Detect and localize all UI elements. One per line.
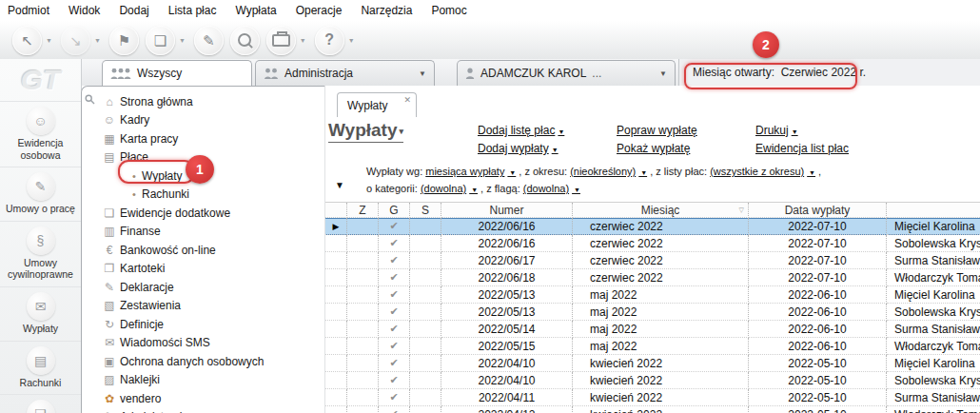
tree-item-naklejki[interactable]: ▨Naklejki xyxy=(82,371,324,390)
print-button[interactable] xyxy=(266,26,296,55)
chevron-down-icon[interactable]: ▼ xyxy=(348,37,355,44)
header-cell-miesiac[interactable]: Miesiąc▽ xyxy=(573,203,749,218)
tree-item-finanse[interactable]: ▥Finanse xyxy=(82,223,324,242)
action-link-dodaj-list-p-ac[interactable]: Dodaj listę płac▼ xyxy=(478,124,590,137)
docs-icon: ❏ xyxy=(102,206,117,220)
action-column: Popraw wypłatęPokaż wypłatę xyxy=(617,124,729,155)
tree-item-kartoteki[interactable]: ❐Kartoteki xyxy=(82,260,324,279)
tree-item-deklaracje[interactable]: ✎Deklaracje xyxy=(82,278,324,297)
page-title[interactable]: Wypłaty▾ xyxy=(328,120,403,143)
menu-item-podmiot[interactable]: Podmiot xyxy=(8,4,49,17)
sidebar-item-umowy-o-prac[interactable]: ✎Umowy o pracę xyxy=(0,167,81,221)
table-row[interactable]: ✔2022/05/15maj 20222022-06-10Włodarczyk … xyxy=(325,338,980,355)
tree-item-ewidencje-dodatkowe[interactable]: ❏Ewidencje dodatkowe xyxy=(82,204,324,223)
search-button[interactable] xyxy=(230,26,260,55)
sidebar-item-umowy-cywilnoprawne[interactable]: §Umowy cywilnoprawne xyxy=(0,221,81,286)
table-row[interactable]: ✔2022/04/11kwiecień 20222022-05-10Surma … xyxy=(325,389,980,406)
filter-dropdown-dowolna[interactable]: (dowolna) ▼ xyxy=(421,183,478,194)
cell-data-wyplaty: 2022-06-10 xyxy=(749,338,887,355)
tree-item-zestawienia[interactable]: ▧Zestawienia xyxy=(82,297,324,316)
sidebar-item-ewidencja-osobowa[interactable]: ☺Ewidencja osobowa xyxy=(0,101,81,167)
filter-dropdown-dowolna[interactable]: (dowolna) ▼ xyxy=(523,183,580,194)
menu-item-lista-p-ac[interactable]: Lista płac xyxy=(168,4,217,17)
people-pair-icon xyxy=(264,68,279,80)
tree-item-rachunki[interactable]: •Rachunki xyxy=(82,186,324,205)
tree-item-label: Ewidencje dodatkowe xyxy=(120,206,230,220)
cell-miesiac: maj 2022 xyxy=(573,321,749,338)
table-row[interactable]: ✔2022/06/17czerwiec 20222022-07-10Surma … xyxy=(325,252,980,269)
action-link-poka-wyp-at[interactable]: Pokaż wypłatę xyxy=(617,142,729,155)
menu-item-pomoc[interactable]: Pomoc xyxy=(431,4,466,17)
help-button[interactable]: ? xyxy=(315,26,344,55)
header-cell-osoba[interactable] xyxy=(887,203,980,218)
action-link-popraw-wyp-at[interactable]: Popraw wypłatę xyxy=(617,124,729,137)
sidebar-item-rachunki[interactable]: ▤Rachunki xyxy=(0,341,81,395)
module-sidebar: GT ☺Ewidencja osobowa✎Umowy o pracę§Umow… xyxy=(0,59,82,413)
document-tab-wyplaty[interactable]: Wypłaty ✕ xyxy=(337,92,417,117)
table-row[interactable]: ✔2022/05/13maj 20222022-06-10Sobolewska … xyxy=(325,304,980,321)
tree-item-definicje[interactable]: ↻Definicje xyxy=(82,315,324,334)
cell-z xyxy=(347,389,379,406)
chevron-down-icon[interactable]: ▼ xyxy=(94,37,101,44)
sidebar-item-wyp-aty[interactable]: ✉Wypłaty xyxy=(0,286,81,341)
tree-item-vendero[interactable]: ✿vendero xyxy=(82,389,324,408)
header-cell-data_wyplaty[interactable]: Data wypłaty xyxy=(749,203,887,218)
table-row[interactable]: ✔2022/04/10kwiecień 20222022-05-10Mięcie… xyxy=(325,355,980,372)
action-link-drukuj[interactable]: Drukuj▼ xyxy=(755,124,868,137)
context-tab-group[interactable]: Administracja ▼ xyxy=(255,60,435,86)
sidebar-item-deklaracje-skarbowe[interactable]: ❏Deklaracje skarbowe xyxy=(0,394,81,413)
go-to-button[interactable]: ↘ xyxy=(61,26,90,55)
cell-miesiac: czerwiec 2022 xyxy=(573,269,749,286)
action-link-dodaj-wyp-aty[interactable]: Dodaj wypłaty▼ xyxy=(478,142,590,155)
check-icon: ✔ xyxy=(389,357,398,369)
pin-icon[interactable] xyxy=(85,94,95,105)
table-row[interactable]: ▶✔2022/06/16czerwiec 20222022-07-10Mięci… xyxy=(325,218,980,235)
menu-item-narz-dzia[interactable]: Narzędzia xyxy=(361,4,412,17)
chevron-down-icon[interactable]: ▼ xyxy=(300,37,306,44)
cell-miesiac: kwiecień 2022 xyxy=(573,372,749,389)
tree-item-kadry[interactable]: ☺Kadry xyxy=(82,111,324,130)
menu-item-dodaj[interactable]: Dodaj xyxy=(119,4,148,17)
tree-item-wiadomo-ci-sms[interactable]: ✉Wiadomości SMS xyxy=(82,334,324,353)
table-row[interactable]: ✔2022/05/14maj 20222022-06-10Surma Stani… xyxy=(325,321,980,338)
context-tab-all-employees[interactable]: Wszyscy xyxy=(102,60,252,86)
chevron-down-icon[interactable]: ▼ xyxy=(659,69,667,78)
flag-button[interactable]: ⚑ xyxy=(109,26,139,55)
tree-item-bankowo-on-line[interactable]: €Bankowość on-line xyxy=(82,241,324,260)
table-row[interactable]: ✔2022/06/16czerwiec 20222022-07-10Sobole… xyxy=(325,235,980,252)
cell-miesiac: czerwiec 2022 xyxy=(573,235,749,252)
chevron-down-icon[interactable]: ▼ xyxy=(419,69,426,78)
menu-item-operacje[interactable]: Operacje xyxy=(296,4,343,17)
tree-item-strona-g-wna[interactable]: ⌂Strona główna xyxy=(82,92,324,111)
filter-dropdown-nieokre-lony[interactable]: (nieokreślony) ▼ xyxy=(570,166,647,177)
table-row[interactable]: ✔2022/04/12kwiecień 20222022-05-10Włodar… xyxy=(325,406,980,413)
tree-item-ochrona-danych-osobowych[interactable]: ▣Ochrona danych osobowych xyxy=(82,352,324,371)
tree-item-karta-pracy[interactable]: ▦Karta pracy xyxy=(82,129,324,148)
filter-expander-icon[interactable]: ▼ xyxy=(335,180,344,190)
table-row[interactable]: ✔2022/06/18czerwiec 20222022-07-10Włodar… xyxy=(325,269,980,286)
header-cell-s[interactable]: S xyxy=(410,203,441,218)
ellipsis: ... xyxy=(592,67,601,80)
header-cell-g[interactable]: G xyxy=(379,203,410,218)
menu-item-widok[interactable]: Widok xyxy=(69,4,100,17)
tree-item-administracja[interactable]: ✎Administracja xyxy=(82,408,324,413)
cell-z xyxy=(347,304,379,321)
menu-bar: PodmiotWidokDodajLista płacWypłataOperac… xyxy=(0,0,980,21)
pointer-button[interactable]: ↖ xyxy=(12,26,42,55)
close-icon[interactable]: ✕ xyxy=(403,95,411,105)
chevron-down-icon[interactable]: ▼ xyxy=(179,37,186,44)
context-tab-employee[interactable]: ADAMCZUK KAROL ... ▼ xyxy=(457,60,676,86)
filter-dropdown-miesi-ca-wyp-aty[interactable]: miesiąca wypłaty ▼ xyxy=(425,166,516,177)
table-row[interactable]: ✔2022/04/10kwiecień 20222022-05-10Sobole… xyxy=(325,372,980,389)
chevron-down-icon[interactable]: ▼ xyxy=(46,37,52,44)
header-cell-z[interactable]: Z xyxy=(347,203,379,218)
cell-miesiac: kwiecień 2022 xyxy=(573,355,749,372)
edit-button[interactable]: ✎ xyxy=(194,26,224,55)
header-cell-numer[interactable]: Numer xyxy=(441,203,573,218)
table-row[interactable]: ✔2022/05/13maj 20222022-06-10Mięciel Kar… xyxy=(325,286,980,304)
menu-item-wyp-ata[interactable]: Wypłata xyxy=(235,4,276,17)
action-link-ewidencja-list-p-ac[interactable]: Ewidencja list płac xyxy=(755,142,868,155)
new-document-button[interactable]: ❏ xyxy=(146,26,175,55)
filter-dropdown-wszystkie-z-okresu[interactable]: (wszystkie z okresu) ▼ xyxy=(710,166,815,177)
paragraph-icon: § xyxy=(27,226,55,255)
